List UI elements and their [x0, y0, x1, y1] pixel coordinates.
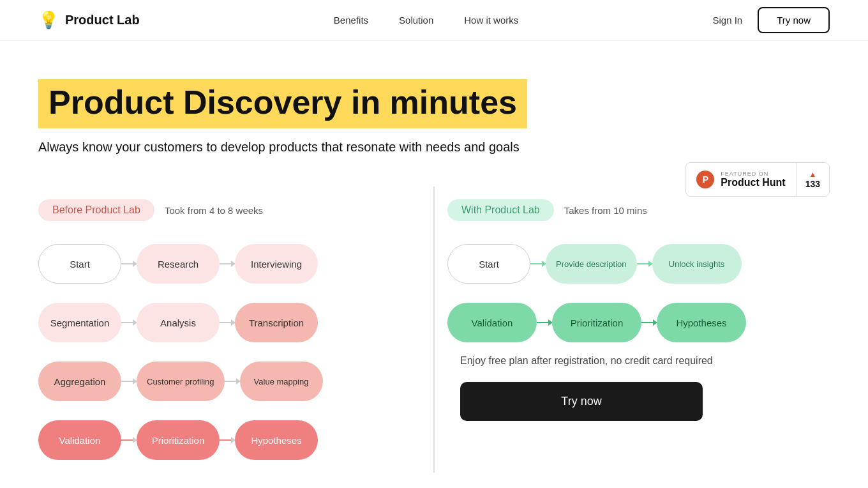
- connector-2: [220, 263, 235, 264]
- ph-text: FEATURED ON Product Hunt: [721, 171, 785, 188]
- before-row-2: Segmentation Analysis Transcription: [38, 303, 421, 342]
- ph-featured-label: FEATURED ON: [721, 171, 785, 177]
- before-node-aggregation: Aggregation: [38, 362, 121, 401]
- connector-7: [121, 439, 137, 441]
- before-col: Before Product Lab Took from 4 to 8 week…: [38, 187, 421, 473]
- connector-1: [121, 263, 137, 264]
- try-now-nav-button[interactable]: Try now: [758, 7, 830, 33]
- after-time: Takes from 10 mins: [564, 205, 647, 216]
- after-header: With Product Lab Takes from 10 mins: [447, 199, 830, 221]
- after-node-validation: Validation: [447, 303, 537, 342]
- comparison-section: Before Product Lab Took from 4 to 8 week…: [0, 187, 868, 473]
- before-node-start: Start: [38, 244, 121, 284]
- after-flow: Start Provide description Unlock insight…: [447, 244, 830, 342]
- navbar: 💡 Product Lab Benefits Solution How it w…: [0, 0, 868, 41]
- ph-left: P FEATURED ON Product Hunt: [686, 171, 795, 188]
- before-node-segmentation: Segmentation: [38, 303, 121, 342]
- after-col: With Product Lab Takes from 10 mins Star…: [447, 187, 830, 473]
- nav-how-it-works[interactable]: How it works: [464, 15, 518, 26]
- before-flow: Start Research Interviewing Segmentation…: [38, 244, 421, 460]
- connector-8: [220, 439, 235, 441]
- logo-icon: 💡: [38, 10, 59, 30]
- before-time: Took from 4 to 8 weeks: [165, 205, 263, 216]
- logo-text: Product Lab: [65, 13, 140, 27]
- logo[interactable]: 💡 Product Lab: [38, 10, 140, 30]
- sign-in-link[interactable]: Sign In: [712, 15, 742, 26]
- hero-subtext: Always know your customers to develop pr…: [38, 140, 830, 155]
- before-node-hypotheses: Hypotheses: [235, 420, 318, 460]
- before-header: Before Product Lab Took from 4 to 8 week…: [38, 199, 421, 221]
- after-label: With Product Lab: [447, 199, 554, 221]
- hero-headline: Product Discovery in minutes: [38, 79, 527, 128]
- after-node-unlock: Unlock insights: [652, 244, 742, 284]
- connector-4: [220, 322, 235, 323]
- connector-5: [121, 381, 137, 382]
- after-node-prioritization: Prioritization: [552, 303, 641, 342]
- after-row-1: Start Provide description Unlock insight…: [447, 244, 830, 284]
- before-row-4: Validation Prioritization Hypotheses: [38, 420, 421, 460]
- after-connector-1: [530, 263, 546, 264]
- nav-links: Benefits Solution How it works: [334, 15, 518, 26]
- before-node-analysis: Analysis: [137, 303, 220, 342]
- before-node-customer-profiling: Customer profiling: [137, 362, 225, 401]
- before-node-validation: Validation: [38, 420, 121, 460]
- after-connector-2: [637, 263, 652, 264]
- before-node-interviewing: Interviewing: [235, 244, 318, 284]
- nav-benefits[interactable]: Benefits: [334, 15, 368, 26]
- free-plan-text: Enjoy free plan after registration, no c…: [460, 355, 830, 367]
- after-connector-4: [641, 322, 657, 323]
- nav-solution[interactable]: Solution: [399, 15, 433, 26]
- divider: [433, 187, 435, 473]
- before-row-1: Start Research Interviewing: [38, 244, 421, 284]
- before-node-prioritization: Prioritization: [137, 420, 220, 460]
- after-row-2: Validation Prioritization Hypotheses: [447, 303, 830, 342]
- ph-upvote-icon: ▲: [809, 170, 816, 179]
- ph-logo-icon: P: [696, 171, 714, 188]
- after-connector-3: [537, 322, 552, 323]
- connector-6: [225, 381, 240, 382]
- before-node-transcription: Transcription: [235, 303, 318, 342]
- before-node-value-mapping: Value mapping: [240, 362, 323, 401]
- connector-3: [121, 322, 137, 323]
- before-row-3: Aggregation Customer profiling Value map…: [38, 362, 421, 401]
- before-label: Before Product Lab: [38, 199, 154, 221]
- nav-actions: Sign In Try now: [712, 7, 830, 33]
- before-node-research: Research: [137, 244, 220, 284]
- after-node-hypotheses: Hypotheses: [657, 303, 746, 342]
- after-node-start: Start: [447, 244, 530, 284]
- right-bottom: Enjoy free plan after registration, no c…: [447, 342, 830, 421]
- after-node-provide: Provide description: [546, 244, 637, 284]
- try-now-main-button[interactable]: Try now: [460, 382, 703, 421]
